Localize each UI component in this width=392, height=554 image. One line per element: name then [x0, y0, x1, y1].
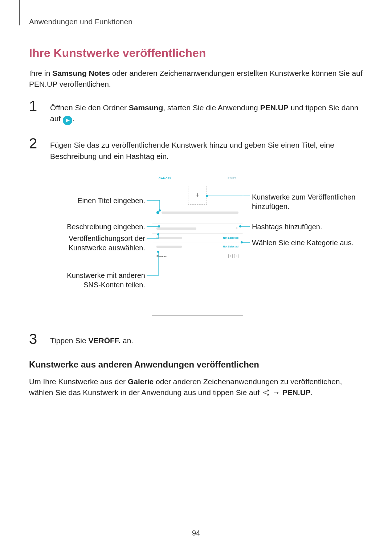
intro-bold: Samsung Notes	[52, 69, 110, 77]
para2-pre: Um Ihre Kunstwerke aus der	[29, 377, 128, 386]
page-number: 94	[0, 529, 392, 537]
svg-line-21	[265, 393, 268, 394]
callout-text: Kunstwerke mit anderen	[67, 271, 145, 279]
step3-pre: Tippen Sie	[50, 336, 88, 345]
phone-collection-row: Not Selected	[152, 233, 243, 242]
placeholder-bar	[156, 246, 182, 248]
dot-icon	[156, 211, 159, 214]
svg-point-18	[264, 392, 265, 393]
share-icon	[262, 388, 270, 399]
callout-text: Kunstwerke auswählen.	[69, 244, 145, 252]
step-number: 3	[29, 332, 41, 346]
svg-point-17	[267, 390, 269, 391]
step1-bold1: Samsung	[129, 103, 163, 112]
intro-text: Ihre in	[29, 69, 52, 77]
step1-bold2: PEN.UP	[260, 103, 289, 112]
step-body: Öffnen Sie den Ordner Samsung, starten S…	[50, 99, 363, 125]
step-1: 1 Öffnen Sie den Ordner Samsung, starten…	[29, 99, 363, 125]
phone-post: POST	[228, 177, 236, 180]
callout-text: Kunstwerke zum Veröffentlichen	[252, 193, 355, 201]
phone-description-row: #	[152, 223, 243, 233]
step-body: Tippen Sie VERÖFF. an.	[50, 332, 363, 346]
side-rule	[19, 0, 20, 25]
step1-mid: , starten Sie die Anwendung	[163, 103, 260, 112]
step-3: 3 Tippen Sie VERÖFF. an.	[29, 332, 363, 346]
para2-bold2: PEN.UP	[282, 388, 311, 397]
para2-period: .	[311, 388, 313, 397]
step-body: Fügen Sie das zu veröffentlichende Kunst…	[50, 136, 363, 162]
phone-category-row: Not Selected	[152, 242, 243, 251]
step3-post: an.	[121, 336, 133, 345]
paper-plane-icon	[63, 116, 72, 125]
share-on-label: Share on	[156, 255, 167, 258]
callout-sns: Kunstwerke mit anderen SNS-Konten teilen…	[29, 271, 145, 290]
step-number: 1	[29, 99, 41, 125]
para2-arrow: →	[273, 388, 282, 397]
social-icons: f t	[228, 254, 238, 258]
phone-share-row: Share on f t	[152, 251, 243, 261]
twitter-icon: t	[234, 254, 238, 258]
step-number: 2	[29, 136, 41, 162]
placeholder-bar	[162, 212, 238, 214]
phone-frame: CANCEL POST + # Not Selected	[152, 173, 243, 316]
callout-hashtag: Hashtags hinzufügen.	[252, 222, 368, 231]
placeholder-bar	[156, 237, 182, 239]
placeholder-bar	[156, 227, 196, 230]
step3-bold: VERÖFF.	[88, 336, 121, 345]
callout-text: hinzufügen.	[252, 202, 289, 210]
penup-diagram: CANCEL POST + # Not Selected	[29, 173, 367, 325]
not-selected-text: Not Selected	[223, 237, 238, 239]
step-2: 2 Fügen Sie das zu veröffentlichende Kun…	[29, 136, 363, 162]
facebook-icon: f	[228, 254, 233, 258]
callout-location: Veröffentlichungsort der Kunstwerke ausw…	[29, 234, 145, 253]
svg-point-19	[267, 394, 269, 395]
callout-title: Einen Titel eingeben.	[29, 196, 145, 205]
step1-period: .	[72, 114, 74, 123]
callout-text: SNS-Konten teilen.	[83, 281, 145, 289]
breadcrumb: Anwendungen und Funktionen	[29, 17, 363, 26]
svg-line-20	[265, 391, 268, 392]
callout-category: Wählen Sie eine Kategorie aus.	[252, 238, 368, 247]
not-selected-text: Not Selected	[223, 245, 238, 248]
phone-cancel: CANCEL	[159, 177, 172, 180]
para-other-apps: Um Ihre Kunstwerke aus der Galerie oder …	[29, 376, 363, 399]
subsection-heading: Kunstwerke aus anderen Anwendungen veröf…	[29, 360, 363, 370]
callout-text: Veröffentlichungsort der	[69, 234, 145, 242]
phone-title-row	[152, 210, 243, 217]
callout-add-artwork: Kunstwerke zum Veröffentlichen hinzufüge…	[252, 192, 368, 211]
phone-add-artwork: +	[188, 186, 207, 205]
hashtag-icon: #	[235, 227, 238, 230]
intro-paragraph: Ihre in Samsung Notes oder anderen Zeich…	[29, 68, 363, 90]
section-heading: Ihre Kunstwerke veröffentlichen	[29, 46, 363, 60]
callout-description: Beschreibung eingeben.	[29, 222, 145, 231]
step1-text: Öffnen Sie den Ordner	[50, 103, 129, 112]
para2-bold1: Galerie	[128, 377, 154, 386]
